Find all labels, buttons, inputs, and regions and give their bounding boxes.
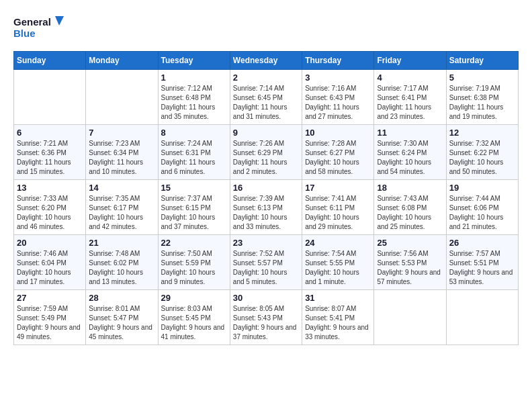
calendar-week-row: 1Sunrise: 7:12 AM Sunset: 6:48 PM Daylig… [14,70,519,125]
day-info: Sunrise: 7:37 AM Sunset: 6:15 PM Dayligh… [161,194,227,232]
day-info: Sunrise: 7:57 AM Sunset: 5:51 PM Dayligh… [449,249,515,287]
day-info: Sunrise: 7:19 AM Sunset: 6:38 PM Dayligh… [449,84,515,122]
calendar-cell: 31Sunrise: 8:07 AM Sunset: 5:41 PM Dayli… [302,290,374,345]
day-of-week-header: Thursday [302,52,374,70]
day-info: Sunrise: 7:23 AM Sunset: 6:34 PM Dayligh… [89,139,154,177]
day-info: Sunrise: 8:05 AM Sunset: 5:43 PM Dayligh… [233,304,299,342]
calendar-cell: 10Sunrise: 7:28 AM Sunset: 6:27 PM Dayli… [302,125,374,180]
day-number: 16 [233,183,299,193]
day-of-week-header: Tuesday [158,52,230,70]
day-info: Sunrise: 7:16 AM Sunset: 6:43 PM Dayligh… [305,84,371,122]
calendar-cell: 11Sunrise: 7:30 AM Sunset: 6:24 PM Dayli… [374,125,446,180]
calendar-cell [86,70,158,125]
calendar-cell: 12Sunrise: 7:32 AM Sunset: 6:22 PM Dayli… [446,125,518,180]
calendar-cell: 8Sunrise: 7:24 AM Sunset: 6:31 PM Daylig… [158,125,230,180]
day-number: 4 [377,73,443,83]
day-info: Sunrise: 7:52 AM Sunset: 5:57 PM Dayligh… [233,249,299,287]
calendar-cell: 29Sunrise: 8:03 AM Sunset: 5:45 PM Dayli… [158,290,230,345]
svg-text:General: General [13,16,51,28]
day-info: Sunrise: 7:24 AM Sunset: 6:31 PM Dayligh… [161,139,227,177]
day-number: 27 [17,293,83,303]
day-number: 26 [449,238,515,248]
calendar-cell: 24Sunrise: 7:54 AM Sunset: 5:55 PM Dayli… [302,235,374,290]
day-info: Sunrise: 7:50 AM Sunset: 5:59 PM Dayligh… [161,249,227,287]
day-info: Sunrise: 8:03 AM Sunset: 5:45 PM Dayligh… [161,304,227,342]
day-info: Sunrise: 7:48 AM Sunset: 6:02 PM Dayligh… [89,249,154,287]
svg-text:Blue: Blue [13,28,36,39]
calendar-cell: 18Sunrise: 7:43 AM Sunset: 6:08 PM Dayli… [374,180,446,235]
calendar-cell [14,70,86,125]
calendar-cell: 19Sunrise: 7:44 AM Sunset: 6:06 PM Dayli… [446,180,518,235]
day-info: Sunrise: 7:32 AM Sunset: 6:22 PM Dayligh… [449,139,515,177]
day-info: Sunrise: 7:33 AM Sunset: 6:20 PM Dayligh… [17,194,83,232]
day-number: 18 [377,183,443,193]
day-number: 10 [305,128,371,138]
day-info: Sunrise: 7:44 AM Sunset: 6:06 PM Dayligh… [449,194,515,232]
day-number: 17 [305,183,371,193]
day-of-week-header: Saturday [446,52,518,70]
day-number: 25 [377,238,443,248]
calendar-cell: 3Sunrise: 7:16 AM Sunset: 6:43 PM Daylig… [302,70,374,125]
day-number: 11 [377,128,443,138]
calendar-cell: 1Sunrise: 7:12 AM Sunset: 6:48 PM Daylig… [158,70,230,125]
day-info: Sunrise: 7:21 AM Sunset: 6:36 PM Dayligh… [17,139,83,177]
calendar-cell: 14Sunrise: 7:35 AM Sunset: 6:17 PM Dayli… [86,180,158,235]
day-number: 20 [17,238,83,248]
calendar-cell: 17Sunrise: 7:41 AM Sunset: 6:11 PM Dayli… [302,180,374,235]
calendar-cell: 7Sunrise: 7:23 AM Sunset: 6:34 PM Daylig… [86,125,158,180]
calendar-cell: 30Sunrise: 8:05 AM Sunset: 5:43 PM Dayli… [230,290,302,345]
calendar-cell: 21Sunrise: 7:48 AM Sunset: 6:02 PM Dayli… [86,235,158,290]
day-number: 6 [17,128,83,138]
calendar-week-row: 20Sunrise: 7:46 AM Sunset: 6:04 PM Dayli… [14,235,519,290]
calendar-cell: 22Sunrise: 7:50 AM Sunset: 5:59 PM Dayli… [158,235,230,290]
calendar-cell: 16Sunrise: 7:39 AM Sunset: 6:13 PM Dayli… [230,180,302,235]
logo-svg: GeneralBlue [13,13,67,40]
calendar-cell: 2Sunrise: 7:14 AM Sunset: 6:45 PM Daylig… [230,70,302,125]
day-info: Sunrise: 7:46 AM Sunset: 6:04 PM Dayligh… [17,249,83,287]
calendar-cell: 26Sunrise: 7:57 AM Sunset: 5:51 PM Dayli… [446,235,518,290]
day-info: Sunrise: 7:56 AM Sunset: 5:53 PM Dayligh… [377,249,443,287]
svg-marker-2 [55,16,64,26]
day-of-week-header: Friday [374,52,446,70]
day-number: 23 [233,238,299,248]
calendar-cell: 27Sunrise: 7:59 AM Sunset: 5:49 PM Dayli… [14,290,86,345]
day-number: 15 [161,183,227,193]
calendar-table: SundayMondayTuesdayWednesdayThursdayFrid… [13,51,519,345]
day-info: Sunrise: 8:01 AM Sunset: 5:47 PM Dayligh… [89,304,154,342]
calendar-week-row: 6Sunrise: 7:21 AM Sunset: 6:36 PM Daylig… [14,125,519,180]
calendar-cell: 4Sunrise: 7:17 AM Sunset: 6:41 PM Daylig… [374,70,446,125]
day-info: Sunrise: 7:12 AM Sunset: 6:48 PM Dayligh… [161,84,227,122]
day-number: 28 [89,293,154,303]
day-number: 31 [305,293,371,303]
page-header: GeneralBlue [13,13,519,40]
day-number: 12 [449,128,515,138]
day-number: 22 [161,238,227,248]
day-number: 21 [89,238,154,248]
calendar-cell [374,290,446,345]
day-number: 13 [17,183,83,193]
calendar-cell: 13Sunrise: 7:33 AM Sunset: 6:20 PM Dayli… [14,180,86,235]
day-number: 30 [233,293,299,303]
day-number: 1 [161,73,227,83]
day-number: 2 [233,73,299,83]
day-number: 8 [161,128,227,138]
day-number: 24 [305,238,371,248]
day-info: Sunrise: 7:30 AM Sunset: 6:24 PM Dayligh… [377,139,443,177]
calendar-cell: 23Sunrise: 7:52 AM Sunset: 5:57 PM Dayli… [230,235,302,290]
day-number: 7 [89,128,154,138]
day-of-week-header: Wednesday [230,52,302,70]
calendar-cell: 5Sunrise: 7:19 AM Sunset: 6:38 PM Daylig… [446,70,518,125]
day-info: Sunrise: 7:59 AM Sunset: 5:49 PM Dayligh… [17,304,83,342]
calendar-cell: 9Sunrise: 7:26 AM Sunset: 6:29 PM Daylig… [230,125,302,180]
calendar-cell: 15Sunrise: 7:37 AM Sunset: 6:15 PM Dayli… [158,180,230,235]
calendar-cell: 20Sunrise: 7:46 AM Sunset: 6:04 PM Dayli… [14,235,86,290]
calendar-week-row: 13Sunrise: 7:33 AM Sunset: 6:20 PM Dayli… [14,180,519,235]
day-info: Sunrise: 7:41 AM Sunset: 6:11 PM Dayligh… [305,194,371,232]
day-info: Sunrise: 8:07 AM Sunset: 5:41 PM Dayligh… [305,304,371,342]
day-info: Sunrise: 7:26 AM Sunset: 6:29 PM Dayligh… [233,139,299,177]
logo: GeneralBlue [13,13,67,40]
day-number: 29 [161,293,227,303]
day-number: 9 [233,128,299,138]
day-info: Sunrise: 7:28 AM Sunset: 6:27 PM Dayligh… [305,139,371,177]
day-info: Sunrise: 7:39 AM Sunset: 6:13 PM Dayligh… [233,194,299,232]
